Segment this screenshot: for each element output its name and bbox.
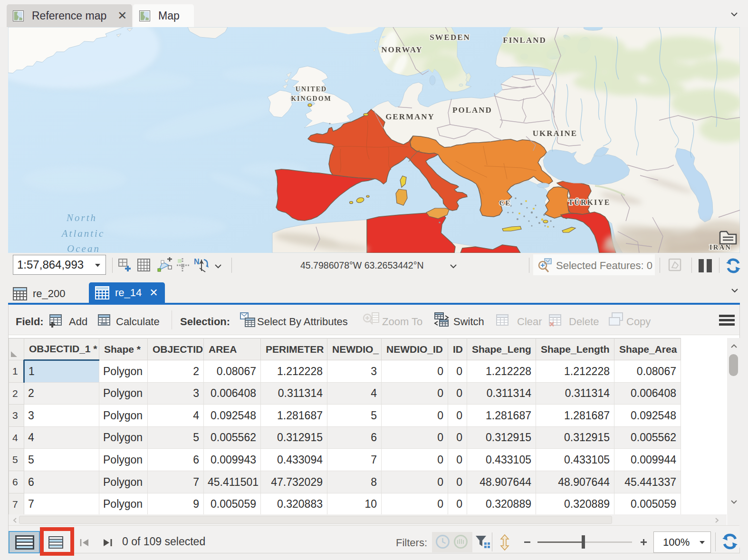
svg-text:IRAN: IRAN (710, 243, 731, 251)
svg-text:N: N (194, 258, 200, 266)
svg-text:FINLAND: FINLAND (503, 36, 546, 45)
svg-text:GERMANY: GERMANY (385, 112, 435, 121)
svg-text:UKRAINE: UKRAINE (533, 129, 577, 138)
svg-text:SWEDEN: SWEDEN (430, 33, 470, 42)
svg-text:Ocean: Ocean (67, 243, 100, 253)
svg-text:North: North (66, 212, 97, 223)
svg-text:TÜRKIYE: TÜRKIYE (568, 198, 611, 206)
svg-text:CE: CE (499, 199, 511, 207)
svg-text:Atlantic: Atlantic (61, 228, 105, 239)
svg-text:NORWAY: NORWAY (381, 45, 422, 54)
svg-text:UNITED: UNITED (296, 86, 327, 93)
svg-text:POLAND: POLAND (452, 106, 492, 115)
svg-text:KINGDOM: KINGDOM (291, 95, 332, 102)
